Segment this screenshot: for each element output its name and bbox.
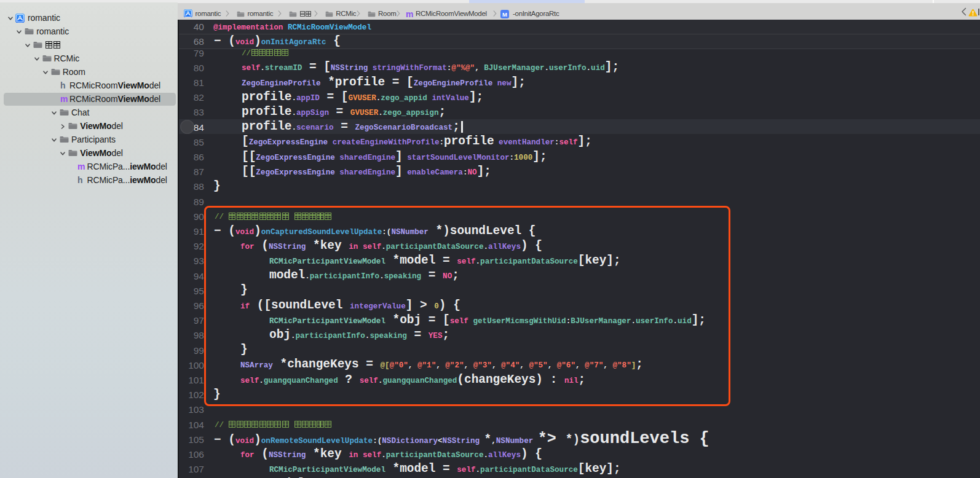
svg-text:M: M [502, 11, 507, 18]
